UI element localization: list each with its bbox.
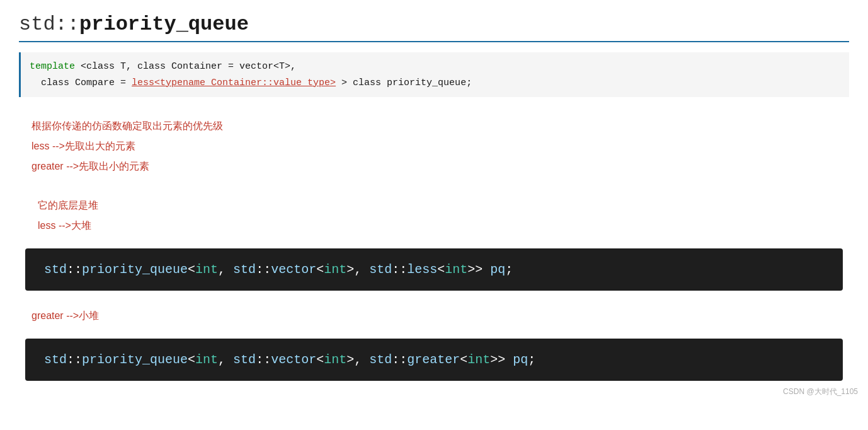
code1-less: less bbox=[407, 262, 437, 277]
title-std-prefix: std:: bbox=[19, 13, 79, 36]
code2-std3: std bbox=[369, 352, 392, 367]
code2-int2: int bbox=[324, 352, 346, 367]
code1-std3: std bbox=[369, 262, 392, 277]
code2-std1: std bbox=[44, 352, 67, 367]
code2-semi: ; bbox=[528, 352, 535, 367]
desc1-line2: less -->先取出大的元素 bbox=[31, 136, 837, 156]
code1-pq: priority_queue bbox=[82, 262, 188, 277]
template-line2: class Compare = less<typename Container:… bbox=[30, 75, 840, 91]
code-block-2-text: std::priority_queue<int, std::vector<int… bbox=[44, 352, 824, 367]
desc2-line1: 它的底层是堆 bbox=[38, 195, 830, 216]
desc2-line2: less -->大堆 bbox=[38, 216, 830, 236]
code-block-1: std::priority_queue<int, std::vector<int… bbox=[25, 248, 843, 291]
template-declaration: template <class T, class Container = vec… bbox=[19, 52, 849, 97]
description-section-3: greater -->小堆 bbox=[19, 299, 849, 332]
code1-semi: ; bbox=[505, 262, 513, 277]
desc1-line1: 根据你传递的仿函数确定取出元素的优先级 bbox=[31, 116, 837, 136]
tpl-line2-suffix: > class priority_queue; bbox=[336, 78, 472, 88]
desc1-line3: greater -->先取出小的元素 bbox=[31, 156, 837, 177]
page-title: std::priority_queue bbox=[19, 13, 249, 36]
code2-greater: greater bbox=[407, 352, 460, 367]
code1-vector: vector bbox=[271, 262, 316, 277]
code2-int3: int bbox=[467, 352, 490, 367]
code1-int2: int bbox=[324, 262, 346, 277]
code-block-2: std::priority_queue<int, std::vector<int… bbox=[25, 339, 843, 381]
tpl-line2-underline: less<typename Container::value_type> bbox=[132, 78, 336, 88]
title-main-name: priority_queue bbox=[79, 13, 249, 36]
desc3-line1: greater -->小堆 bbox=[31, 306, 837, 326]
code-block-1-text: std::priority_queue<int, std::vector<int… bbox=[44, 262, 824, 277]
tpl-line1-rest: <class T, class Container = vector<T>, bbox=[81, 61, 296, 72]
code2-std2: std bbox=[233, 352, 256, 367]
code1-int1: int bbox=[195, 262, 218, 277]
tpl-keyword-template: template bbox=[30, 61, 75, 72]
title-section: std::priority_queue bbox=[19, 13, 849, 42]
tpl-line2-prefix: class Compare = bbox=[30, 78, 132, 88]
code1-std2: std bbox=[233, 262, 256, 277]
code2-pq: priority_queue bbox=[82, 352, 188, 367]
code1-varname: pq bbox=[490, 262, 505, 277]
code2-int1: int bbox=[195, 352, 218, 367]
code2-varname: pq bbox=[513, 352, 528, 367]
code2-vector: vector bbox=[271, 352, 316, 367]
page-container: std::priority_queue template <class T, c… bbox=[0, 0, 868, 402]
code1-std1: std bbox=[44, 262, 67, 277]
description-section-2: 它的底层是堆 less -->大堆 bbox=[19, 189, 849, 242]
description-section-1: 根据你传递的仿函数确定取出元素的优先级 less -->先取出大的元素 grea… bbox=[19, 110, 849, 183]
code1-int3: int bbox=[445, 262, 467, 277]
template-line1: template <class T, class Container = vec… bbox=[30, 59, 840, 75]
watermark: CSDN @大时代_1105 bbox=[783, 386, 858, 397]
